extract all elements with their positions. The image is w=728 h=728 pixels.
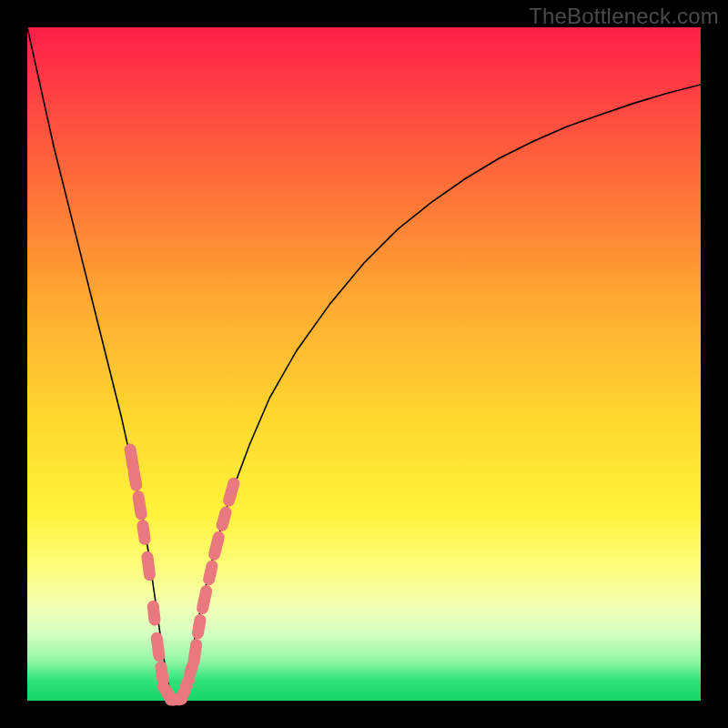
data-marker (127, 465, 144, 492)
watermark-text: TheBottleneck.com (529, 4, 719, 29)
data-marker (215, 505, 233, 532)
data-marker (191, 613, 207, 641)
data-marker (132, 490, 148, 521)
bottleneck-curve (27, 27, 701, 701)
marker-group (124, 443, 241, 709)
plot-area (27, 27, 701, 701)
svg-rect-5 (147, 600, 161, 626)
data-marker (141, 551, 157, 581)
svg-rect-4 (141, 551, 157, 581)
svg-rect-6 (150, 632, 166, 662)
svg-rect-13 (215, 505, 233, 532)
bottleneck-curve-svg (27, 27, 701, 701)
chart-frame: TheBottleneck.com (0, 0, 728, 728)
svg-rect-9 (191, 613, 207, 641)
data-marker (202, 559, 219, 586)
data-marker (150, 632, 166, 662)
data-marker (222, 476, 241, 508)
svg-rect-1 (127, 465, 144, 492)
data-marker (147, 600, 161, 626)
svg-rect-2 (132, 490, 148, 521)
svg-rect-10 (196, 584, 213, 615)
svg-rect-14 (222, 476, 241, 508)
svg-rect-12 (207, 530, 226, 561)
svg-rect-3 (136, 519, 152, 545)
data-marker (196, 584, 213, 615)
svg-rect-11 (202, 559, 219, 586)
data-marker (207, 530, 226, 561)
data-marker (136, 519, 152, 545)
